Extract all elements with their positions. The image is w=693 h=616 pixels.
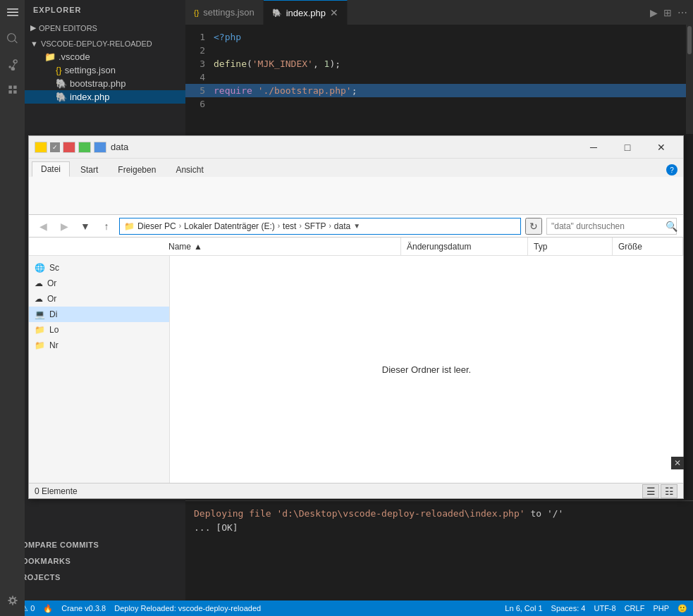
back-button[interactable]: ◀ bbox=[35, 218, 51, 235]
crane-version[interactable]: Crane v0.3.8 bbox=[61, 604, 106, 612]
list-view-button[interactable]: ☰ bbox=[642, 484, 659, 498]
chevron-right-icon: ▶ bbox=[30, 23, 36, 32]
line-ending[interactable]: CRLF bbox=[625, 604, 645, 612]
cursor-position[interactable]: Ln 6, Col 1 bbox=[505, 604, 542, 612]
window-icon-group: ✓ bbox=[35, 142, 106, 153]
refresh-button[interactable]: ↻ bbox=[525, 218, 542, 235]
code-line-6: 6 bbox=[185, 97, 693, 111]
address-path[interactable]: 📁 Dieser PC › Lokaler Datenträger (E:) ›… bbox=[119, 218, 521, 235]
view-buttons: ☰ ☷ bbox=[642, 484, 677, 498]
close-tab-icon[interactable]: ✕ bbox=[330, 7, 338, 18]
json-file-icon: {} bbox=[56, 65, 62, 75]
editor-tabs: ▶ ⊞ ⋯ {} settings.json 🐘 index.php ✕ bbox=[185, 0, 693, 25]
details-view-button[interactable]: ☷ bbox=[661, 484, 677, 498]
nav-item-icon-sc: 🌐 bbox=[35, 263, 45, 273]
smiley-icon[interactable]: 🙂 bbox=[677, 604, 687, 613]
up-button[interactable]: ↑ bbox=[98, 218, 115, 235]
terminal-line-1: Deploying file 'd:\Desktop\vscode-deploy… bbox=[194, 507, 685, 521]
indentation[interactable]: Spaces: 4 bbox=[551, 604, 586, 612]
ribbon-tab-datei[interactable]: Datei bbox=[32, 161, 70, 177]
folder-icon-green bbox=[78, 142, 91, 153]
settings-json-tab[interactable]: {} settings.json bbox=[185, 0, 264, 25]
chevron-down-icon: ▼ bbox=[30, 39, 38, 48]
code-editor[interactable]: 1 <?php 2 3 define('MJK_INDEX', 1); 4 5 … bbox=[185, 25, 693, 122]
bootstrap-php-item[interactable]: 🐘 bootstrap.php bbox=[25, 77, 185, 90]
window-title: data bbox=[111, 142, 128, 152]
terminal-area[interactable]: Deploying file 'd:\Desktop\vscode-deploy… bbox=[185, 500, 693, 581]
col-size-header[interactable]: Größe bbox=[613, 238, 683, 255]
nav-item-lo[interactable]: 📁 Lo bbox=[29, 322, 169, 338]
extensions-icon[interactable] bbox=[3, 80, 23, 99]
help-button[interactable]: ? bbox=[666, 164, 677, 175]
statusbar-left: ⚠ 0 ⚠ 0 🔥 Crane v0.3.8 Deploy Reloaded: … bbox=[6, 604, 261, 613]
status-bar: ⚠ 0 ⚠ 0 🔥 Crane v0.3.8 Deploy Reloaded: … bbox=[0, 600, 693, 616]
compare-commits-item[interactable]: ▶ COMPARE COMMITS bbox=[0, 536, 185, 553]
file-list-area: 🌐 Sc ☁ Or ☁ Or 💻 Di 📁 Lo bbox=[29, 256, 683, 483]
source-control-icon[interactable] bbox=[3, 54, 23, 74]
json-icon: {} bbox=[194, 8, 199, 17]
encoding[interactable]: UTF-8 bbox=[594, 604, 615, 612]
folder-icon-red bbox=[63, 142, 75, 153]
file-explorer-window: ✓ data ─ □ ✕ Datei Start Freigeben Ansic… bbox=[28, 135, 684, 499]
window-titlebar: ✓ data ─ □ ✕ bbox=[29, 136, 683, 159]
open-editors-section: ▶ OPEN EDITORS bbox=[25, 20, 185, 36]
panel-close-icon[interactable]: ✕ bbox=[671, 457, 684, 469]
recent-locations-button[interactable]: ▼ bbox=[77, 218, 94, 235]
ribbon-tabs: Datei Start Freigeben Ansicht ? bbox=[29, 159, 683, 177]
nav-item-icon-lo: 📁 bbox=[35, 325, 45, 335]
path-folder-icon: 📁 bbox=[124, 221, 135, 231]
search-input[interactable] bbox=[546, 218, 677, 235]
code-line-4: 4 bbox=[185, 70, 693, 84]
settings-json-item[interactable]: {} settings.json bbox=[25, 63, 185, 77]
search-icon: 🔍 bbox=[666, 221, 677, 232]
ribbon-tab-start[interactable]: Start bbox=[71, 162, 107, 177]
language-mode[interactable]: PHP bbox=[653, 604, 669, 612]
ribbon-content bbox=[29, 177, 683, 215]
nav-item-sc[interactable]: 🌐 Sc bbox=[29, 260, 169, 276]
titlebar-left: ✓ data bbox=[35, 142, 128, 153]
nav-item-di[interactable]: 💻 Di bbox=[29, 307, 169, 322]
address-bar: ◀ ▶ ▼ ↑ 📁 Dieser PC › Lokaler Datenträge… bbox=[29, 215, 683, 238]
close-button[interactable]: ✕ bbox=[645, 137, 677, 158]
project-section: ▼ VSCODE-DEPLOY-RELOADED 📁 .vscode {} se… bbox=[25, 36, 185, 105]
deploy-status[interactable]: Deploy Reloaded: vscode-deploy-reloaded bbox=[114, 604, 261, 612]
scroll-thumb bbox=[687, 26, 692, 54]
index-php-item[interactable]: 🐘 index.php bbox=[25, 90, 185, 104]
ribbon-tab-freigeben[interactable]: Freigeben bbox=[109, 162, 165, 177]
more-icon[interactable]: ⋯ bbox=[677, 7, 687, 18]
nav-item-icon-di: 💻 bbox=[35, 309, 45, 319]
explorer-title: EXPLORER bbox=[25, 0, 185, 20]
forward-button[interactable]: ▶ bbox=[56, 218, 73, 235]
vscode-folder-item[interactable]: 📁 .vscode bbox=[25, 50, 185, 63]
col-name-header[interactable]: Name ▲ bbox=[163, 238, 401, 255]
open-editors-header[interactable]: ▶ OPEN EDITORS bbox=[25, 21, 185, 35]
minimize-button[interactable]: ─ bbox=[577, 137, 610, 158]
settings-icon[interactable] bbox=[3, 591, 23, 610]
project-header[interactable]: ▼ VSCODE-DEPLOY-RELOADED bbox=[25, 37, 185, 50]
file-list-container: Name ▲ Änderungsdatum Typ Größe 🌐 Sc bbox=[29, 238, 683, 483]
code-line-5: 5 require './bootstrap.php'; bbox=[185, 84, 693, 97]
col-date-header[interactable]: Änderungsdatum bbox=[401, 238, 528, 255]
check-icon: ✓ bbox=[50, 142, 60, 152]
editor-area: ▶ ⊞ ⋯ {} settings.json 🐘 index.php ✕ 1 <… bbox=[185, 0, 693, 137]
projects-item[interactable]: ▶ PROJECTS bbox=[0, 569, 185, 585]
ribbon-tab-ansicht[interactable]: Ansicht bbox=[166, 162, 212, 177]
col-type-header[interactable]: Typ bbox=[528, 238, 613, 255]
index-php-tab[interactable]: 🐘 index.php ✕ bbox=[264, 0, 348, 25]
activity-bar bbox=[0, 0, 25, 616]
nav-item-nr[interactable]: 📁 Nr bbox=[29, 338, 169, 353]
maximize-button[interactable]: □ bbox=[611, 137, 644, 158]
nav-item-or2[interactable]: ☁ Or bbox=[29, 291, 169, 307]
folder-icon-yellow bbox=[35, 142, 47, 153]
nav-pane: 🌐 Sc ☁ Or ☁ Or 💻 Di 📁 Lo bbox=[29, 256, 170, 483]
file-status-text: 0 Elemente bbox=[35, 486, 78, 496]
run-icon[interactable]: ▶ bbox=[650, 7, 658, 18]
php-icon: 🐘 bbox=[272, 8, 282, 18]
explorer-icon[interactable] bbox=[3, 4, 23, 23]
search-icon[interactable] bbox=[3, 29, 23, 49]
nav-item-or1[interactable]: ☁ Or bbox=[29, 276, 169, 291]
editor-scrollbar[interactable] bbox=[686, 25, 693, 134]
bookmarks-item[interactable]: ▶ BOOKMARKS bbox=[0, 553, 185, 569]
split-icon[interactable]: ⊞ bbox=[663, 7, 672, 18]
php-file-icon-active: 🐘 bbox=[56, 92, 67, 102]
